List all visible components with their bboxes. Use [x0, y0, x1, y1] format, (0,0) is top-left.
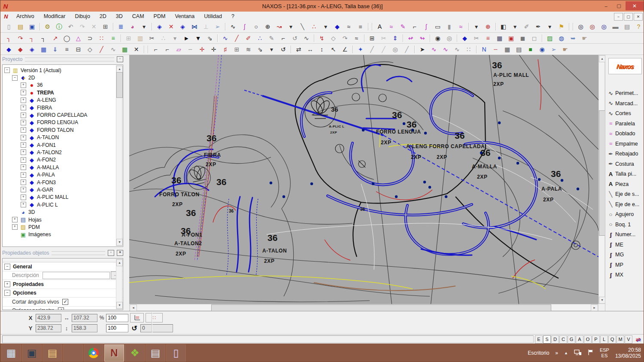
ellipse-button[interactable]: ◯	[61, 33, 73, 43]
section-general[interactable]: − General	[3, 262, 123, 271]
ruler-button[interactable]: ▬	[610, 21, 621, 32]
corner-arc-4-button[interactable]: ┐	[38, 33, 49, 43]
slash-dropdown[interactable]: ▾	[266, 44, 277, 55]
arrow-slash2-button[interactable]: ⇘	[254, 44, 266, 55]
nodes-dropdown[interactable]: ▾	[169, 33, 181, 43]
spiral-triangle-button[interactable]: △	[73, 33, 84, 43]
x-coordinate-field[interactable]: 423.9	[36, 314, 61, 322]
corner-arc-3-button[interactable]: ┐	[26, 33, 38, 43]
tree-pdm[interactable]: PDM	[3, 223, 115, 231]
piece-box-button[interactable]: ◈	[26, 44, 38, 55]
mirror-piece-button[interactable]: ⋈	[188, 21, 200, 32]
rotate-ccw-button[interactable]: ↺	[277, 44, 289, 55]
copy-button[interactable]: ⊞	[123, 33, 134, 43]
tree-forro-lengua[interactable]: FORRO LENGUA	[3, 119, 115, 126]
taskbar-notepad[interactable]: ▤	[146, 344, 165, 362]
scroll-down-icon[interactable]: ▼	[599, 297, 605, 304]
center-button[interactable]: ⊕	[262, 21, 273, 32]
taskbar-coreldraw[interactable]: ❖	[125, 344, 145, 362]
taskbar-calculator[interactable]: ▦	[1, 344, 21, 362]
status-letter-v[interactable]: V	[625, 335, 632, 344]
tree-expander[interactable]	[21, 82, 26, 88]
toolbar-button[interactable]	[413, 44, 416, 55]
tree-a-leng[interactable]: A-LENG	[3, 97, 115, 104]
taskbar-naxos[interactable]: N	[104, 344, 124, 362]
properties-scrollbar[interactable]: ▲ ▼	[116, 259, 122, 309]
grid-blue-button[interactable]: ▦	[38, 44, 49, 55]
pin-button[interactable]: ✦	[355, 44, 366, 55]
hand2-button[interactable]: ☛	[559, 44, 571, 55]
move-button[interactable]: ✛	[208, 44, 219, 55]
tree-imagenes[interactable]: Imágenes	[3, 231, 115, 238]
width-button[interactable]: ↔	[304, 44, 316, 55]
sparkle-piece-button[interactable]: ◆	[331, 21, 343, 32]
menu-ayuda[interactable]: ?	[227, 12, 239, 20]
close-tool-button[interactable]: ✕	[131, 44, 142, 55]
toolbar-button[interactable]	[366, 21, 370, 32]
image-dropdown[interactable]: ▾	[509, 21, 521, 32]
menu-pdm[interactable]: PDM	[149, 12, 170, 20]
close-panel-icon[interactable]: ✕	[117, 250, 123, 256]
panel-grip[interactable]	[25, 58, 114, 61]
save-button[interactable]: ▣	[26, 21, 38, 32]
tool-empalme[interactable]: Empalme	[607, 140, 644, 148]
scissors-n-button[interactable]: ✂	[471, 33, 482, 43]
zoom-out-button[interactable]: ◎	[586, 21, 598, 32]
tree-expander[interactable]	[21, 142, 26, 148]
axis-origin-button[interactable]	[130, 313, 144, 322]
send2-button[interactable]: ➢	[548, 44, 559, 55]
tool-perimetro[interactable]: Perimet...	[607, 89, 644, 97]
tool-mx[interactable]: MX	[607, 271, 644, 279]
lightning-button[interactable]: ↯	[316, 33, 328, 43]
dashed-line-button[interactable]: ╲	[297, 21, 308, 32]
settings-gear-button[interactable]: ⚙	[42, 21, 53, 32]
toolbar-button[interactable]	[351, 44, 355, 55]
grid-small-button[interactable]: ▦	[119, 44, 131, 55]
toolbar-button[interactable]	[223, 21, 227, 32]
video-button[interactable]: ▣	[505, 33, 517, 43]
tree-2d[interactable]: 2D	[3, 74, 115, 81]
status-letter-a[interactable]: A	[576, 335, 583, 344]
scroll-up-icon[interactable]: ▲	[116, 66, 123, 73]
duplicate-button[interactable]: ⊞	[366, 33, 378, 43]
tool-paralela[interactable]: Paralela	[607, 120, 644, 128]
tree-expander[interactable]	[21, 90, 26, 95]
wave-right-button[interactable]: ↬	[416, 33, 428, 43]
pencil-button[interactable]: ✎	[397, 21, 409, 32]
height-button[interactable]: ↕	[316, 44, 328, 55]
tree-a-talon[interactable]: A-TALON	[3, 134, 115, 141]
globe2-button[interactable]: ◉	[536, 44, 548, 55]
tool-boq-1[interactable]: Boq. 1	[607, 221, 644, 228]
taskbar-separator[interactable]	[63, 344, 83, 362]
project-panel-header[interactable]: Proyecto ▫	[0, 55, 125, 63]
minimize-button[interactable]: –	[600, 1, 612, 10]
tree-expander[interactable]	[21, 164, 26, 170]
steps-button[interactable]: ⌐	[277, 33, 289, 43]
thumb-dark-button[interactable]: ◼	[517, 33, 529, 43]
expand-icon[interactable]: +	[4, 281, 10, 287]
taskbar-chrome[interactable]	[84, 344, 103, 362]
toolbar-button[interactable]	[455, 33, 459, 43]
tool-mg[interactable]: MG	[607, 251, 644, 259]
taskbar-explorer[interactable]: ▤	[43, 344, 62, 362]
d-shape-button[interactable]: ⊃	[84, 33, 96, 43]
toolbar-button[interactable]	[142, 44, 146, 55]
rails-button[interactable]: ≡	[107, 33, 119, 43]
tree-3d[interactable]: 3D	[3, 208, 115, 216]
tree-expander[interactable]	[21, 202, 26, 207]
swirl2-button[interactable]: ≋	[243, 44, 254, 55]
fcurve-button[interactable]: ʃ	[420, 21, 432, 32]
polyline-button[interactable]: ∴	[308, 21, 320, 32]
tree-forro-talon[interactable]: FORRO TALON	[3, 126, 115, 134]
mdi-close-button[interactable]: ✕	[634, 13, 643, 21]
wave-small-button[interactable]: ∿	[301, 33, 312, 43]
toolbar-button[interactable]	[312, 33, 316, 43]
axis-dropdown[interactable]: ▾	[471, 21, 482, 32]
tree-expander[interactable]	[12, 217, 18, 222]
toolbar-button[interactable]	[370, 21, 374, 32]
toolbar-button[interactable]	[119, 33, 123, 43]
rotate-icon[interactable]: ↺	[130, 324, 139, 332]
stamp-button[interactable]: ▮	[444, 21, 455, 32]
corner2-button[interactable]: ⌐	[161, 44, 173, 55]
tool-pieza[interactable]: Pieza	[607, 180, 644, 188]
